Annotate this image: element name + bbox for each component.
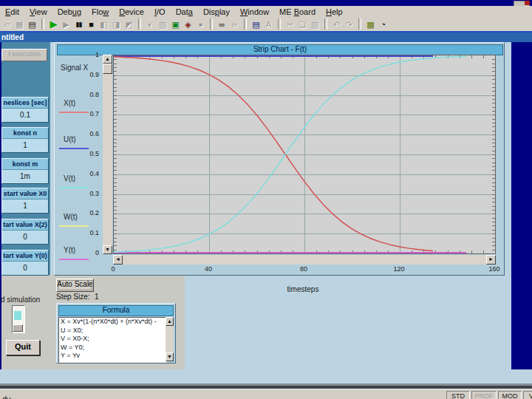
image-icon[interactable]: ▩ — [364, 18, 377, 30]
legend-label-w-t: W(t) — [64, 213, 78, 221]
control-value[interactable]: 1 — [2, 200, 48, 213]
find-next-icon: ∞ — [228, 18, 241, 30]
toggle-handle[interactable] — [13, 324, 23, 332]
application-window: EditViewDebugFlowDeviceI/ODataDisplayWin… — [0, 0, 532, 399]
control-value[interactable]: 1 — [2, 139, 48, 152]
menu-view[interactable]: View — [24, 7, 52, 16]
toolbar: ▱▦▤▶▶▮▮■◧◨◩◐▥▣◈●∞∞▤A✂❏▥↶↷▩◔ — [0, 17, 532, 32]
formula-scroll-up-icon[interactable]: ▲ — [166, 317, 174, 326]
plot-canvas — [114, 55, 495, 253]
toolbar-group: ↶↷ — [330, 18, 355, 30]
step-out-icon: ◩ — [123, 18, 135, 30]
stop-icon[interactable]: ■ — [85, 18, 98, 30]
step-size-label: Step Size: — [56, 293, 90, 301]
scroll-up-icon[interactable]: ▲ — [103, 55, 112, 64]
control-label: neslices [sec] — [2, 98, 48, 109]
io-config-icon[interactable]: ◈ — [182, 18, 194, 30]
toolbar-group: ◐▥▣◈● — [144, 18, 207, 30]
workspace-background — [511, 42, 532, 369]
formula-line-5: Y = Yv — [59, 352, 166, 361]
menu-edit[interactable]: Edit — [0, 7, 24, 16]
menu-help[interactable]: Help — [321, 7, 348, 16]
formula-scroll-down-icon[interactable]: ▼ — [166, 352, 174, 361]
legend-swatch-y-t — [59, 259, 89, 260]
device-icon[interactable]: ▣ — [169, 18, 182, 30]
menu-me-board[interactable]: ME Board — [274, 7, 321, 16]
formula-box: Formula X = Xv*(1-(n*X0*dt) + (n*Xv*dt) … — [56, 303, 176, 364]
x-axis-title: timesteps — [112, 285, 494, 293]
menu-i-o[interactable]: I/O — [149, 7, 171, 16]
legend-title: Signal X — [61, 64, 88, 72]
control-value[interactable]: 0.1 — [2, 109, 48, 122]
web-icon: ● — [194, 18, 207, 30]
formula-scrollbar[interactable]: ▲▼ — [166, 317, 174, 361]
horizontal-scrollbar[interactable]: ◄► — [113, 255, 496, 265]
control-label: konst m — [2, 159, 48, 170]
run-icon[interactable]: ▶ — [47, 18, 60, 30]
find-icon[interactable]: ∞ — [216, 18, 228, 30]
menubar: EditViewDebugFlowDeviceI/ODataDisplayWin… — [0, 6, 532, 17]
menu-flow[interactable]: Flow — [86, 7, 114, 16]
control-value[interactable]: 0 — [2, 262, 48, 275]
menu-debug[interactable]: Debug — [52, 7, 86, 16]
x-tick-120: 120 — [393, 265, 404, 273]
legend-label-u-t: U(t) — [64, 135, 76, 143]
formula-text[interactable]: X = Xv*(1-(n*X0*dt) + (n*Xv*dt) -U = X0;… — [58, 317, 167, 363]
formula-title[interactable]: Formula — [58, 305, 174, 316]
panel-titlebar[interactable]: ntitled — [0, 31, 532, 42]
hand-icon: ◐ — [144, 18, 157, 30]
toolbar-separator — [210, 18, 213, 30]
legend-label-y-t: Y(t) — [64, 246, 75, 254]
status-panel-vb: VB — [523, 391, 532, 399]
status-panel-std: STD — [446, 391, 470, 399]
close-icon[interactable] — [525, 1, 530, 5]
status-message: dy — [2, 395, 11, 399]
simulation-toggle[interactable] — [12, 305, 25, 333]
toolbar-group: ▱▦▤ — [1, 18, 38, 30]
legend-label-v-t: V(t) — [64, 174, 75, 183]
legend-label-x-t: X(t) — [64, 99, 75, 107]
control-tart-value-y-0: tart value Y(0)0 — [1, 250, 49, 276]
execution-button[interactable]: t execution — [1, 49, 47, 61]
properties-icon[interactable]: ▤ — [250, 18, 262, 30]
x-tick-40: 40 — [205, 265, 212, 273]
auto-scale-button[interactable]: Auto Scale — [56, 279, 94, 292]
clipboard-icon: ▥ — [157, 18, 169, 30]
control-value[interactable]: 1m — [2, 170, 48, 183]
window-titlebar[interactable] — [0, 0, 532, 6]
control-konst-m: konst m1m — [1, 158, 49, 184]
y-tick-0-9: 0.9 — [89, 71, 99, 78]
timer-icon[interactable]: ◔ — [377, 18, 389, 30]
scroll-right-icon[interactable]: ► — [486, 255, 496, 265]
quit-button[interactable]: Quit — [6, 340, 40, 355]
font-icon: A — [262, 18, 275, 30]
paste-icon: ▥ — [309, 18, 321, 30]
statusbar: dy STDPROFMODVB — [0, 389, 532, 399]
chart-title[interactable]: Strip Chart - F(t) — [57, 44, 503, 55]
x-tick-80: 80 — [300, 265, 307, 273]
copy-icon: ❏ — [296, 18, 309, 30]
toolbar-group: ∞∞ — [216, 18, 241, 30]
scroll-left-icon[interactable]: ◄ — [113, 255, 123, 265]
simulation-toggle-label: d simulation — [1, 296, 50, 304]
control-konst-n: konst n1 — [1, 127, 49, 153]
step-into-icon: ◧ — [98, 18, 110, 30]
scroll-down-icon[interactable]: ▼ — [103, 245, 112, 254]
y-tick-0-2: 0.2 — [89, 209, 99, 216]
toolbar-separator — [278, 18, 281, 30]
vscroll-thumb[interactable] — [103, 64, 112, 74]
toggle-indicator — [14, 311, 21, 320]
y-tick-0-4: 0.4 — [89, 170, 99, 177]
menu-display[interactable]: Display — [198, 7, 235, 16]
control-value[interactable]: 0 — [2, 231, 48, 244]
pause-icon[interactable]: ▮▮ — [72, 18, 85, 30]
menu-window[interactable]: Window — [235, 7, 274, 16]
menu-device[interactable]: Device — [114, 7, 149, 16]
toolbar-group: ▩◔ — [364, 18, 389, 30]
panel-title: ntitled — [1, 33, 24, 41]
legend-swatch-u-t — [59, 148, 89, 149]
vertical-scrollbar[interactable]: ▲▼ — [103, 55, 112, 254]
control-start-value-x0: start value X01 — [1, 188, 49, 214]
menu-data[interactable]: Data — [171, 7, 198, 16]
print-icon[interactable]: ▤ — [26, 18, 38, 30]
